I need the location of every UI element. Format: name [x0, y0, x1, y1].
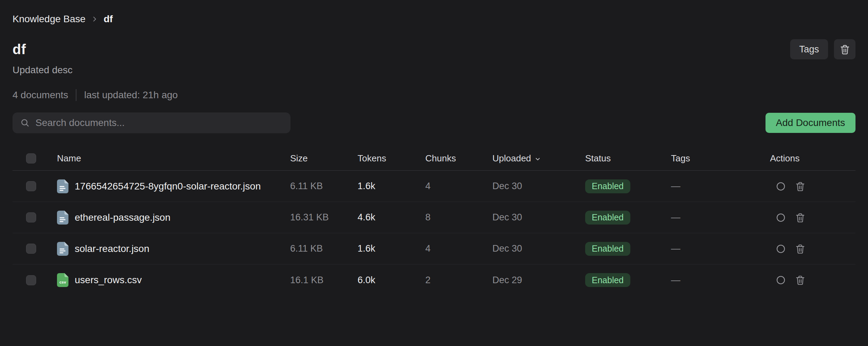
- document-uploaded: Dec 30: [492, 181, 585, 192]
- search-icon: [20, 118, 30, 128]
- document-tags: —: [671, 275, 770, 286]
- document-tokens: 4.6k: [358, 212, 425, 223]
- row-checkbox[interactable]: [26, 275, 36, 285]
- column-header-actions: Actions: [770, 153, 855, 164]
- document-uploaded: Dec 29: [492, 275, 585, 286]
- circle-icon: [776, 181, 786, 192]
- document-chunks: 4: [425, 243, 492, 254]
- circle-icon: [776, 275, 786, 285]
- column-header-status[interactable]: Status: [585, 153, 671, 164]
- column-header-size[interactable]: Size: [290, 153, 358, 164]
- document-size: 6.11 KB: [290, 243, 358, 254]
- csv-file-icon: csv: [57, 273, 68, 287]
- status-badge: Enabled: [585, 242, 630, 256]
- documents-table: Name Size Tokens Chunks Uploaded Status …: [13, 146, 855, 296]
- status-badge: Enabled: [585, 273, 630, 287]
- document-tags: —: [671, 243, 770, 254]
- meta-row: 4 documents last updated: 21h ago: [13, 90, 855, 101]
- chevron-down-icon: [534, 156, 541, 162]
- document-tags: —: [671, 212, 770, 223]
- table-row: solar-reactor.json 6.11 KB 1.6k 4 Dec 30…: [13, 233, 855, 264]
- document-chunks: 4: [425, 181, 492, 192]
- document-count: 4 documents: [13, 90, 68, 101]
- table-row: 1766542654725-8ygfqn0-solar-reactor.json…: [13, 171, 855, 202]
- document-uploaded: Dec 30: [492, 243, 585, 254]
- trash-icon: [840, 44, 850, 55]
- svg-text:csv: csv: [59, 280, 66, 284]
- delete-document-button[interactable]: [795, 244, 805, 254]
- breadcrumb-current: df: [104, 14, 113, 25]
- chevron-right-icon: [91, 16, 98, 23]
- row-checkbox[interactable]: [26, 212, 36, 222]
- toggle-status-button[interactable]: [776, 181, 786, 192]
- search-input[interactable]: [35, 117, 283, 128]
- select-all-checkbox[interactable]: [26, 153, 36, 163]
- column-header-uploaded[interactable]: Uploaded: [492, 153, 585, 164]
- document-tokens: 6.0k: [358, 275, 425, 286]
- trash-icon: [795, 181, 805, 192]
- json-file-icon: [57, 179, 68, 193]
- toggle-status-button[interactable]: [776, 275, 786, 285]
- circle-icon: [776, 212, 786, 223]
- document-size: 16.1 KB: [290, 275, 358, 286]
- document-chunks: 2: [425, 275, 492, 286]
- json-file-icon: [57, 242, 68, 256]
- document-chunks: 8: [425, 212, 492, 223]
- table-row: ethereal-passage.json 16.31 KB 4.6k 8 De…: [13, 202, 855, 233]
- row-checkbox[interactable]: [26, 181, 36, 191]
- add-documents-button[interactable]: Add Documents: [765, 113, 855, 133]
- column-header-chunks[interactable]: Chunks: [425, 153, 492, 164]
- delete-knowledge-base-button[interactable]: [834, 39, 855, 59]
- trash-icon: [795, 244, 805, 254]
- document-size: 16.31 KB: [290, 212, 358, 223]
- status-badge: Enabled: [585, 179, 630, 193]
- meta-divider: [76, 89, 76, 101]
- json-file-icon: [57, 211, 68, 225]
- delete-document-button[interactable]: [795, 275, 805, 285]
- column-header-name[interactable]: Name: [57, 153, 290, 164]
- document-tags: —: [671, 181, 770, 192]
- table-header: Name Size Tokens Chunks Uploaded Status …: [13, 146, 855, 171]
- document-name[interactable]: solar-reactor.json: [75, 243, 149, 254]
- document-size: 6.11 KB: [290, 181, 358, 192]
- title-row: df Tags: [13, 39, 855, 60]
- delete-document-button[interactable]: [795, 212, 805, 223]
- table-row: csv users_rows.csv 16.1 KB 6.0k 2 Dec 29…: [13, 264, 855, 296]
- status-badge: Enabled: [585, 211, 630, 225]
- circle-icon: [776, 244, 786, 254]
- breadcrumb-knowledge-base-link[interactable]: Knowledge Base: [13, 14, 85, 25]
- document-name[interactable]: 1766542654725-8ygfqn0-solar-reactor.json: [75, 181, 261, 192]
- document-name[interactable]: users_rows.csv: [75, 275, 142, 286]
- delete-document-button[interactable]: [795, 181, 805, 192]
- knowledge-base-description: Updated desc: [13, 65, 855, 76]
- column-header-tags[interactable]: Tags: [671, 153, 770, 164]
- tags-button[interactable]: Tags: [790, 39, 828, 59]
- trash-icon: [795, 275, 805, 285]
- knowledge-base-detail-page: Knowledge Base df df Tags Updated desc 4…: [0, 0, 868, 346]
- row-checkbox[interactable]: [26, 244, 36, 254]
- document-tokens: 1.6k: [358, 181, 425, 192]
- page-title: df: [13, 42, 26, 57]
- toggle-status-button[interactable]: [776, 212, 786, 223]
- document-tokens: 1.6k: [358, 243, 425, 254]
- search-box[interactable]: [13, 112, 290, 133]
- title-actions: Tags: [790, 39, 855, 59]
- toggle-status-button[interactable]: [776, 244, 786, 254]
- toolbar: Add Documents: [13, 112, 855, 133]
- column-header-tokens[interactable]: Tokens: [358, 153, 425, 164]
- trash-icon: [795, 212, 805, 223]
- breadcrumb: Knowledge Base df: [13, 13, 855, 25]
- document-uploaded: Dec 30: [492, 212, 585, 223]
- document-name[interactable]: ethereal-passage.json: [75, 212, 171, 223]
- last-updated: last updated: 21h ago: [84, 90, 178, 101]
